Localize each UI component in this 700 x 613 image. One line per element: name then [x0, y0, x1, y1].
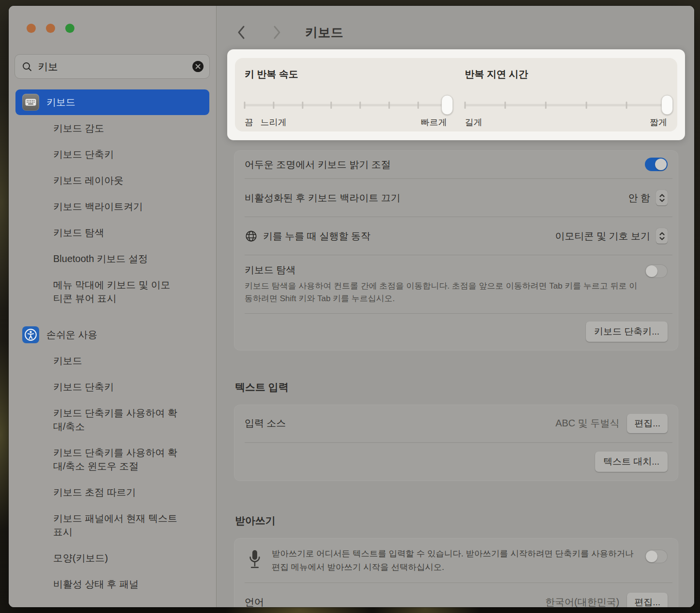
- sidebar-item-acc-panel-text[interactable]: 키보드 패널에서 현재 텍스트 표시: [9, 505, 192, 545]
- page-title: 키보드: [305, 24, 344, 41]
- dictation-language-row: 언어 한국어(대한민국) 편집...: [234, 583, 678, 607]
- dictation-card: 받아쓰기로 어디서든 텍스트를 입력할 수 있습니다. 받아쓰기를 시작하려면 …: [234, 538, 678, 607]
- slider-tick: [626, 102, 627, 109]
- content-pane: 키보드 키 반복 속도 끔 느리게 빠르게: [217, 6, 694, 607]
- slider-track[interactable]: [465, 104, 668, 106]
- key-repeat-rate-group: 키 반복 속도 끔 느리게 빠르게: [245, 68, 447, 131]
- slider-tick: [273, 102, 274, 109]
- language-edit-button[interactable]: 편집...: [627, 593, 668, 607]
- key-repeat-rate-label: 키 반복 속도: [245, 68, 447, 81]
- slider-tick: [302, 102, 303, 109]
- globe-key-action-label: 키를 누를 때 실행할 동작: [263, 230, 370, 243]
- brightness-low-light-label: 어두운 조명에서 키보드 밝기 조절: [245, 158, 391, 171]
- slider-tick: [244, 102, 246, 109]
- sidebar-item-keyboard-layouts[interactable]: 키보드 레이아웃: [9, 167, 216, 193]
- back-button[interactable]: [234, 24, 248, 41]
- slider-tick: [464, 102, 466, 109]
- slider-label-long: 길게: [465, 117, 482, 128]
- backlight-off-after-value: 안 함: [628, 191, 650, 204]
- slider-track[interactable]: [245, 104, 447, 106]
- accessibility-app-icon: [22, 326, 39, 343]
- brightness-low-light-toggle[interactable]: [645, 158, 668, 171]
- slider-tick: [585, 102, 587, 109]
- window-controls: [9, 6, 216, 33]
- slider-label-off: 끔: [245, 117, 253, 128]
- sidebar-item-keyboard-sensitivity[interactable]: 키보드 감도: [9, 115, 216, 141]
- microphone-icon: [248, 549, 262, 571]
- sidebar-item-acc-appearance[interactable]: 모양(키보드): [9, 545, 216, 571]
- backlight-off-after-popup-stepper[interactable]: [656, 190, 668, 205]
- text-input-card: 입력 소스 ABC 및 두벌식 편집... 텍스트 대치...: [234, 405, 678, 481]
- sidebar-item-label: 키보드: [46, 96, 75, 109]
- globe-key-action-popup-stepper[interactable]: [656, 228, 668, 244]
- slider-label-slow: 느리게: [261, 117, 287, 128]
- text-replacements-button[interactable]: 텍스트 대치...: [595, 452, 668, 472]
- system-settings-window: 키보 키보드 키보드 감도 키보드 단축키 키보드 레이아웃 키보드 백라이트켜…: [9, 6, 694, 607]
- sidebar-item-keyboard-navigation[interactable]: 키보드 탐색: [9, 219, 216, 246]
- keyboard-settings-card: 어두운 조명에서 키보드 밝기 조절 비활성화된 후 키보드 백라이트 끄기 안…: [234, 150, 678, 350]
- keyboard-shortcuts-button[interactable]: 키보드 단축키...: [586, 321, 668, 342]
- sidebar-item-label: 손쉬운 사용: [46, 328, 98, 341]
- input-source-edit-button[interactable]: 편집...: [627, 414, 668, 433]
- sidebar-item-acc-keyboard[interactable]: 키보드: [9, 348, 216, 374]
- clear-search-icon[interactable]: [192, 61, 204, 72]
- slider-labels: 길게 짧게: [465, 117, 668, 128]
- slider-handle[interactable]: [441, 95, 453, 115]
- slider-tick: [360, 102, 361, 109]
- shortcuts-button-row: 키보드 단축키...: [234, 314, 678, 350]
- sidebar-item-bluetooth-keyboard[interactable]: Bluetooth 키보드 설정: [9, 246, 216, 272]
- repeat-sliders-card: 키 반복 속도 끔 느리게 빠르게 반복 지연 시간: [235, 58, 677, 131]
- toggle-knob: [655, 159, 667, 170]
- globe-icon: [245, 230, 258, 243]
- sidebar-item-acc-inactive-panel[interactable]: 비활성 상태 후 패널: [9, 571, 216, 597]
- slider-handle[interactable]: [661, 95, 673, 115]
- sidebar-item-acc-zoom-window[interactable]: 키보드 단축키를 사용하여 확대/축소 윈도우 조절: [9, 439, 192, 479]
- toggle-knob: [646, 265, 657, 277]
- sidebar-item-keyboard[interactable]: 키보드: [15, 89, 209, 115]
- sidebar: 키보 키보드 키보드 감도 키보드 단축키 키보드 레이아웃 키보드 백라이트켜…: [9, 6, 217, 607]
- search-input[interactable]: 키보: [38, 60, 192, 73]
- repeat-delay-label: 반복 지연 시간: [465, 68, 668, 81]
- zoom-button[interactable]: [65, 24, 74, 33]
- close-button[interactable]: [27, 24, 36, 33]
- dictation-toggle[interactable]: [645, 550, 668, 563]
- keyboard-navigation-toggle[interactable]: [645, 264, 668, 278]
- slider-tick: [331, 102, 332, 109]
- backlight-off-after-row: 비활성화된 후 키보드 백라이트 끄기 안 함: [234, 179, 678, 217]
- backlight-off-after-label: 비활성화된 후 키보드 백라이트 끄기: [245, 191, 400, 204]
- brightness-low-light-row: 어두운 조명에서 키보드 밝기 조절: [234, 150, 678, 178]
- toggle-knob: [646, 551, 657, 562]
- minimize-button[interactable]: [46, 24, 55, 33]
- key-repeat-rate-slider[interactable]: [245, 95, 447, 115]
- slider-tick: [417, 102, 419, 109]
- sidebar-item-acc-shortcuts[interactable]: 키보드 단축키: [9, 374, 216, 400]
- repeat-delay-group: 반복 지연 시간 길게 짧게: [465, 68, 668, 131]
- page-header: 키보드: [234, 23, 678, 42]
- keyboard-navigation-description: 키보드 탐색을 사용하여 컨트롤 간에 초점을 이동합니다. 초점을 앞으로 이…: [245, 280, 641, 306]
- globe-key-action-value: 이모티콘 및 기호 보기: [555, 230, 650, 243]
- sidebar-item-acc-focus-follow[interactable]: 키보드 초점 따르기: [9, 479, 216, 505]
- dictation-row: 받아쓰기로 어디서든 텍스트를 입력할 수 있습니다. 받아쓰기를 시작하려면 …: [234, 538, 678, 583]
- language-value: 한국어(대한민국): [545, 596, 619, 607]
- sidebar-item-menubar-viewer[interactable]: 메뉴 막대에 키보드 및 이모티콘 뷰어 표시: [9, 272, 183, 311]
- input-source-value: ABC 및 두벌식: [555, 417, 619, 430]
- sidebar-item-acc-zoom-shortcut[interactable]: 키보드 단축키를 사용하여 확대/축소: [9, 400, 192, 439]
- dictation-description: 받아쓰기로 어디서든 텍스트를 입력할 수 있습니다. 받아쓰기를 시작하려면 …: [272, 547, 644, 574]
- sidebar-item-keyboard-shortcuts[interactable]: 키보드 단축키: [9, 141, 216, 167]
- sidebar-item-keyboard-backlight[interactable]: 키보드 백라이트켜기: [9, 193, 216, 219]
- keyboard-navigation-row: 키보드 탐색 키보드 탐색을 사용하여 컨트롤 간에 초점을 이동합니다. 초점…: [234, 255, 678, 313]
- slider-label-fast: 빠르게: [421, 117, 447, 128]
- search-results-list: 키보드 키보드 감도 키보드 단축키 키보드 레이아웃 키보드 백라이트켜기 키…: [9, 79, 216, 597]
- slider-tick: [505, 102, 506, 109]
- repeat-delay-slider[interactable]: [465, 95, 668, 115]
- sidebar-item-accessibility[interactable]: 손쉬운 사용: [15, 322, 209, 348]
- text-input-section-title: 텍스트 입력: [234, 380, 678, 394]
- globe-key-action-row: 키를 누를 때 실행할 동작 이모티콘 및 기호 보기: [234, 217, 678, 255]
- search-field[interactable]: 키보: [15, 54, 210, 79]
- forward-button[interactable]: [270, 24, 284, 41]
- keyboard-navigation-label: 키보드 탐색: [245, 263, 645, 277]
- slider-labels: 끔 느리게 빠르게: [245, 117, 447, 128]
- input-source-label: 입력 소스: [245, 417, 286, 430]
- search-icon: [22, 61, 32, 72]
- slider-label-short: 짧게: [650, 117, 667, 128]
